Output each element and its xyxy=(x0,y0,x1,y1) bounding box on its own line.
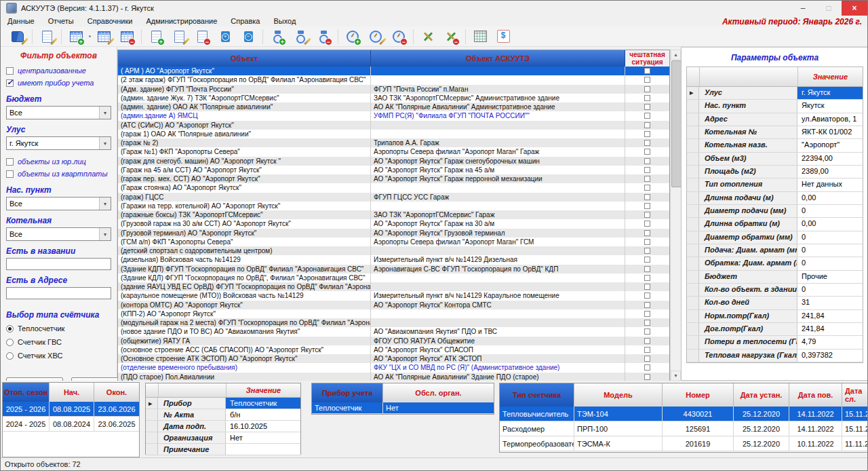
askuute-object-cell[interactable]: Аэропорты Севера филиал "Аэропорт Маган"… xyxy=(371,147,625,156)
table-row[interactable]: (Гаражи на терр. котельной) АО "Аэропорт… xyxy=(118,202,669,210)
askuute-object-cell[interactable] xyxy=(371,282,625,291)
scroll-down-icon[interactable]: ▼ xyxy=(671,371,681,381)
filter-checkbox-row[interactable]: имеют прибор учета xyxy=(6,77,111,89)
column-header-installed[interactable]: Дата устан. xyxy=(734,383,789,407)
emergency-checkbox[interactable] xyxy=(644,356,650,362)
end-date-cell[interactable]: 23.06.2026 xyxy=(94,402,139,416)
param-row[interactable]: Котельная № ЯКТ-КК 01/002 xyxy=(687,126,863,139)
object-name-cell[interactable]: (КПП-2) АО "Аэропорт Якутск" xyxy=(118,309,371,318)
table-row[interactable]: (общежитие) ЯАТУ ГА ФГОУ СПО ЯАТУГА Обще… xyxy=(118,337,669,345)
season-cell[interactable]: 2024 - 2025 xyxy=(3,417,50,431)
object-name-cell[interactable]: (АТС (СИиС)) АО "Аэропорт Якутск" xyxy=(118,121,371,130)
askuute-object-cell[interactable]: АО АК "Полярные Авиалинии" Административ… xyxy=(371,102,625,111)
table-row[interactable]: (гараж) ГЦСС ФГУП ГЦСС УСС Гараж xyxy=(118,193,669,202)
emergency-checkbox[interactable] xyxy=(644,328,650,335)
param-row[interactable]: Длинна подачи (м) 0,00 xyxy=(687,192,863,205)
emergency-checkbox[interactable] xyxy=(644,122,650,128)
object-name-cell[interactable]: (гараж пер. мех. ССТ) АО "Аэропорт Якутс… xyxy=(118,174,371,183)
object-name-cell[interactable]: (Основное строение АТК ЭСТОП) АО "Аэропо… xyxy=(118,354,371,363)
askuute-object-cell[interactable] xyxy=(371,309,625,318)
table-row[interactable]: (дизельная) Войсковая часть №14129 Измер… xyxy=(118,255,669,264)
meter-row[interactable]: Термопреобразователь ТЭСМА-К 201619 25.1… xyxy=(500,436,868,451)
param-value[interactable]: 22394,00 xyxy=(797,153,863,165)
emergency-checkbox[interactable] xyxy=(644,293,650,299)
start-date-cell[interactable]: 08.08.2025 xyxy=(50,402,94,416)
askuute-object-cell[interactable] xyxy=(371,121,625,130)
object-name-cell[interactable]: (Грузовой гараж на 30 а/м ССТ) АО "Аэроп… xyxy=(118,219,371,228)
menu-item[interactable]: Справочники xyxy=(81,17,140,25)
column-header-org[interactable]: Обсл. орган. xyxy=(383,383,494,402)
table-row[interactable]: (ГСМ а/п) ФКП "Аэропорты Севера" Аэропор… xyxy=(118,238,669,246)
askuute-object-cell[interactable]: АО "Аэропорт Якутск" СПАСОП xyxy=(371,345,625,354)
menu-item[interactable]: Администрирование xyxy=(139,17,224,25)
name-filter-input[interactable] xyxy=(6,258,111,270)
table-row[interactable]: (гараж для снегоуб. машин) АО "Аэропорт … xyxy=(118,157,669,166)
param-row[interactable]: Норм.потр(Гкал) 241,84 xyxy=(687,310,863,323)
device-row[interactable]: Теплосчетчик Нет xyxy=(312,402,494,414)
checked-date-cell[interactable]: 10.11.2022 xyxy=(789,436,842,451)
param-value[interactable]: Нет данных xyxy=(797,178,863,191)
radio-row[interactable]: Счетчик ХВС xyxy=(6,349,111,362)
filter-checkbox-row[interactable]: объекты из юр.лиц xyxy=(6,155,111,168)
table-row[interactable]: (АТС (СИиС)) АО "Аэропорт Якутск" xyxy=(118,121,669,130)
settlement-select[interactable]: Все ▾ xyxy=(6,197,111,210)
address-filter-input[interactable] xyxy=(6,287,111,299)
askuute-object-cell[interactable]: АО "Авиакомпания Якутия" ПДО и ТВС xyxy=(371,327,625,336)
askuute-object-cell[interactable]: ФГУП ГЦСС УСС Гараж xyxy=(371,193,625,202)
table-row[interactable]: (гараж 1) ОАО АК "Полярные авиалинии" xyxy=(118,130,669,138)
object-name-cell[interactable]: (админ. здание Жук. 7) ТЗК "АэропортГСМс… xyxy=(118,94,371,102)
askuute-object-cell[interactable]: ФГОУ СПО ЯАТУГА Общежитие xyxy=(371,337,625,345)
param-value[interactable]: 0,397382 xyxy=(797,350,863,362)
registry-button[interactable] xyxy=(36,27,58,46)
emergency-checkbox[interactable] xyxy=(644,347,650,353)
object-add-button[interactable]: + xyxy=(145,27,167,46)
object-name-cell[interactable]: (админ. здание) ОАО АК "Полярные авиалин… xyxy=(118,102,371,111)
askuute-object-cell[interactable] xyxy=(371,246,625,255)
param-value[interactable]: ЯКТ-КК 01/002 xyxy=(797,126,863,138)
param-value[interactable]: 31 xyxy=(797,297,863,309)
object-name-cell[interactable]: (основное строение АСС (САБ СПАСОП)) АО … xyxy=(118,345,371,354)
minimize-button[interactable]: – xyxy=(790,1,816,16)
report-grid-button[interactable] xyxy=(469,27,491,46)
askuute-object-cell[interactable] xyxy=(371,75,625,84)
meter-delete-button[interactable]: − xyxy=(313,27,334,46)
param-value[interactable]: Прочие xyxy=(797,271,863,283)
object-delete-button[interactable]: − xyxy=(191,27,213,46)
column-header-meter-type[interactable]: Тип счетчика xyxy=(500,383,574,407)
askuute-object-cell[interactable]: Аэронавигация С-ВС ФГУП "Госкорпорация п… xyxy=(371,265,625,274)
org-cell[interactable]: Нет xyxy=(383,402,494,413)
table-row[interactable]: (админ.здание А) ЯМСЦ УФМП РС(Я) "Филиал… xyxy=(118,111,669,120)
param-value[interactable]: 0 xyxy=(797,231,863,244)
askuute-object-cell[interactable]: УФМП РС(Я) "Филиала ФГУП "ПОЧТА РОССИИ"" xyxy=(371,111,625,120)
chevron-down-icon[interactable]: ▾ xyxy=(99,137,111,149)
param-row[interactable]: Диаметр обратки (мм) 0 xyxy=(687,231,863,244)
checkbox[interactable] xyxy=(6,158,14,166)
table-row[interactable]: (КПП-2) АО "Аэропорт Якутск" xyxy=(118,309,669,318)
radio-row[interactable]: Теплосчетчик xyxy=(6,322,111,335)
radio-button[interactable] xyxy=(6,325,14,333)
journal-button[interactable] xyxy=(7,27,28,46)
param-value[interactable]: "Аэропорт" xyxy=(797,139,863,151)
param-row[interactable]: Улус г. Якутск xyxy=(687,87,863,100)
object-name-cell[interactable]: (Гараж №1) ФКП "Аэропорты Севера" xyxy=(118,147,371,156)
card-remove-button[interactable]: − xyxy=(237,27,259,46)
askuute-object-cell[interactable] xyxy=(371,202,625,210)
table-row[interactable]: (Основное строение АТК ЭСТОП) АО "Аэропо… xyxy=(118,354,669,363)
emergency-checkbox[interactable] xyxy=(644,158,650,164)
param-value[interactable]: ул.Авиаторов, 1 xyxy=(797,113,863,126)
param-row[interactable]: Адрес ул.Авиаторов, 1 xyxy=(687,113,863,126)
menu-item[interactable]: Отчеты xyxy=(41,17,81,25)
filter-checkbox-row[interactable]: объекты из квартплаты xyxy=(6,168,111,180)
radio-row[interactable]: Счетчик ГВС xyxy=(6,335,111,349)
emergency-checkbox[interactable] xyxy=(644,221,650,227)
param-row[interactable]: Тепловая нагрузка (Гкал/ч) 0,397382 xyxy=(687,350,863,362)
menu-item[interactable]: Данные xyxy=(1,17,41,25)
emergency-checkbox[interactable] xyxy=(644,374,650,380)
object-name-cell[interactable]: (здание ЯАУЦ УВД ЕС ОрВД) ФГУП "Госкорпо… xyxy=(118,282,371,291)
table-row[interactable]: (Адм. здание) ФГУП "Почта России" ФГУП "… xyxy=(118,85,669,94)
askuute-object-cell[interactable]: Измерительный пункт в/ч №14129 Дизельная xyxy=(371,255,625,264)
period-add-button[interactable]: + xyxy=(65,27,87,46)
askuute-object-cell[interactable]: АО "Аэропорт Якутск" Гараж снегоуборочны… xyxy=(371,157,625,166)
table-row[interactable]: (модульный гараж на 2 места) ФГУП "Госко… xyxy=(118,318,669,327)
act-value[interactable]: Нет xyxy=(226,432,300,443)
